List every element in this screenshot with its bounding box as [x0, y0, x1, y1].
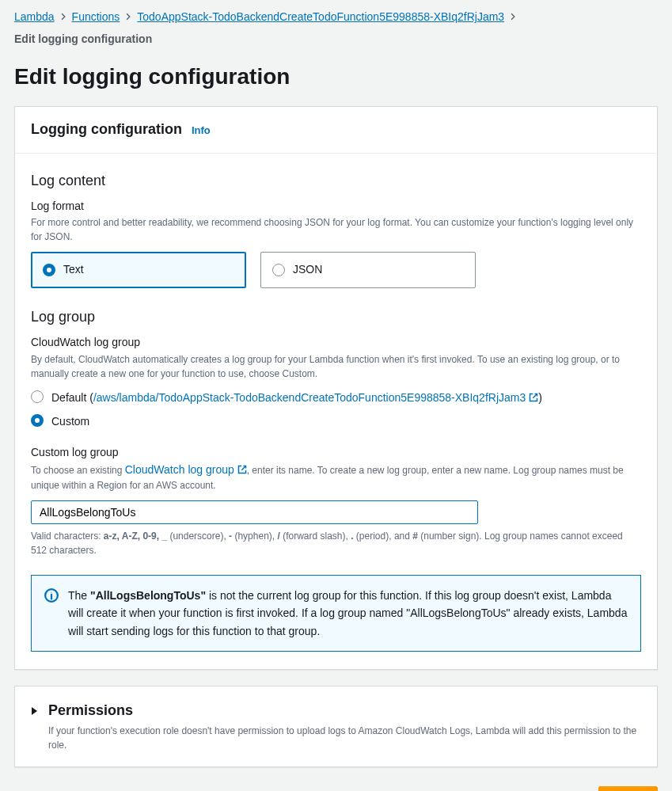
external-link-icon: [237, 465, 247, 474]
caret-right-icon[interactable]: [31, 705, 40, 721]
custom-log-group-input[interactable]: [31, 500, 478, 524]
logging-configuration-panel: Logging configuration Info Log content L…: [14, 106, 658, 670]
cancel-button[interactable]: Cancel: [522, 786, 590, 791]
custom-log-group-hint: Valid characters: a-z, A-Z, 0-9, _ (unde…: [31, 529, 641, 557]
log-group-custom-radio[interactable]: Custom: [31, 413, 641, 430]
breadcrumb: Lambda Functions TodoAppStack-TodoBacken…: [14, 10, 658, 47]
log-content-heading: Log content: [31, 171, 641, 191]
log-format-text-tile[interactable]: Text: [31, 252, 246, 288]
panel-title: Logging configuration: [31, 120, 182, 139]
log-format-text-label: Text: [63, 262, 84, 278]
log-group-heading: Log group: [31, 307, 641, 327]
log-format-json-label: JSON: [293, 262, 322, 278]
breadcrumb-link-lambda[interactable]: Lambda: [14, 10, 55, 25]
alert-text: The "AllLogsBelongToUs" is not the curre…: [68, 587, 628, 640]
custom-log-group-desc: To choose an existing CloudWatch log gro…: [31, 462, 641, 492]
log-group-default-radio[interactable]: Default (/aws/lambda/TodoAppStack-TodoBa…: [31, 389, 641, 406]
external-link-icon: [529, 393, 538, 402]
cw-log-group-label: CloudWatch log group: [31, 335, 641, 351]
radio-icon: [31, 390, 44, 403]
log-format-json-tile[interactable]: JSON: [260, 252, 476, 288]
panel-header: Logging configuration Info: [15, 107, 657, 153]
default-suffix: ): [538, 391, 542, 404]
info-link[interactable]: Info: [192, 124, 211, 138]
default-log-group-link[interactable]: /aws/lambda/TodoAppStack-TodoBackendCrea…: [93, 391, 538, 404]
chevron-right-icon: [509, 10, 517, 25]
page-title: Edit logging configuration: [14, 61, 658, 92]
cloudwatch-log-group-link[interactable]: CloudWatch log group: [125, 463, 247, 476]
radio-icon: [31, 414, 44, 427]
permissions-desc: If your function's execution role doesn'…: [48, 724, 641, 752]
log-group-info-alert: The "AllLogsBelongToUs" is not the curre…: [31, 575, 641, 652]
info-icon: [44, 588, 59, 603]
breadcrumb-link-functions[interactable]: Functions: [72, 10, 120, 25]
radio-icon: [272, 264, 285, 276]
log-format-desc: For more control and better readability,…: [31, 215, 641, 244]
log-group-default-text: Default (/aws/lambda/TodoAppStack-TodoBa…: [51, 389, 542, 406]
save-button[interactable]: Save: [598, 786, 658, 791]
log-group-custom-text: Custom: [51, 413, 89, 430]
log-format-options: Text JSON: [31, 252, 641, 288]
breadcrumb-link-function[interactable]: TodoAppStack-TodoBackendCreateTodoFuncti…: [137, 10, 504, 25]
chevron-right-icon: [59, 10, 67, 25]
custom-log-group-label: Custom log group: [31, 445, 641, 461]
cw-log-group-desc: By default, CloudWatch automatically cre…: [31, 352, 641, 381]
svg-point-1: [51, 592, 51, 593]
radio-icon: [43, 264, 55, 276]
log-format-label: Log format: [31, 199, 641, 215]
permissions-title: Permissions: [48, 701, 641, 721]
default-prefix: Default (: [51, 391, 93, 404]
chevron-right-icon: [124, 10, 132, 25]
form-footer: Cancel Save: [14, 783, 658, 791]
permissions-panel: Permissions If your function's execution…: [14, 686, 658, 767]
breadcrumb-current: Edit logging configuration: [14, 32, 658, 48]
